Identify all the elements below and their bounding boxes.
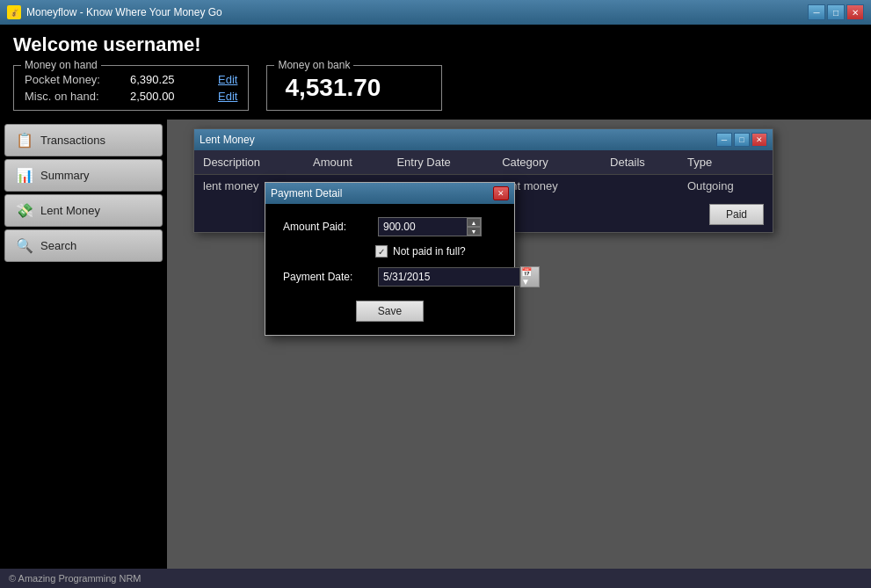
transactions-label: Transactions <box>40 134 105 147</box>
amount-paid-row: Amount Paid: ▲ ▼ <box>283 217 497 236</box>
col-category: Category <box>493 150 601 175</box>
maximize-button[interactable]: □ <box>827 4 845 20</box>
paid-button[interactable]: Paid <box>709 204 764 225</box>
pocket-money-value: 6,390.25 <box>130 73 200 86</box>
lent-money-minimize[interactable]: ─ <box>716 133 732 147</box>
pocket-money-row: Pocket Money: 6,390.25 Edit <box>25 73 237 86</box>
lent-money-close[interactable]: ✕ <box>751 133 767 147</box>
close-button[interactable]: ✕ <box>846 4 864 20</box>
window-controls: ─ □ ✕ <box>808 4 864 20</box>
amount-paid-input[interactable] <box>379 218 467 236</box>
misc-money-value: 2,500.00 <box>130 90 200 103</box>
calendar-button[interactable]: 📅▼ <box>520 266 540 287</box>
main-area: Lent Money ─ □ ✕ Description Amount Entr… <box>167 120 871 588</box>
pocket-money-key: Pocket Money: <box>25 73 113 86</box>
misc-money-edit[interactable]: Edit <box>218 90 237 103</box>
payment-dialog-title: Payment Detail <box>271 187 342 200</box>
col-entry-date: Entry Date <box>388 150 493 175</box>
save-row: Save <box>283 301 497 322</box>
col-type: Type <box>679 150 773 175</box>
checkmark-icon: ✓ <box>378 247 385 257</box>
summary-icon: 📊 <box>16 167 33 184</box>
lent-money-title-bar: Lent Money ─ □ ✕ <box>194 129 773 150</box>
summary-label: Summary <box>40 169 90 182</box>
lent-money-button[interactable]: 💸 Lent Money <box>4 194 163 227</box>
lent-money-maximize[interactable]: □ <box>734 133 750 147</box>
save-button[interactable]: Save <box>356 301 424 322</box>
money-on-hand-panel: Money on hand Pocket Money: 6,390.25 Edi… <box>13 65 249 111</box>
not-paid-full-row: ✓ Not paid in full? <box>283 245 497 258</box>
welcome-title: Welcome username! <box>13 33 858 56</box>
amount-spinner: ▲ ▼ <box>467 218 481 236</box>
amount-paid-field-wrapper: ▲ ▼ <box>378 217 482 236</box>
spinner-down-button[interactable]: ▼ <box>467 227 481 236</box>
status-text: © Amazing Programming NRM <box>9 573 142 584</box>
not-paid-full-checkbox[interactable]: ✓ <box>375 245 388 258</box>
payment-dialog-close[interactable]: ✕ <box>493 186 509 200</box>
misc-money-row: Misc. on hand: 2,500.00 Edit <box>25 90 237 103</box>
search-label: Search <box>40 239 76 252</box>
header-area: Welcome username! Money on hand Pocket M… <box>0 25 871 120</box>
summary-button[interactable]: 📊 Summary <box>4 159 163 192</box>
payment-date-label: Payment Date: <box>283 271 371 283</box>
app-title: Moneyflow - Know Where Your Money Go <box>26 6 222 18</box>
pocket-money-edit[interactable]: Edit <box>218 73 237 86</box>
lent-money-window-controls: ─ □ ✕ <box>716 133 767 147</box>
money-on-bank-label: Money on bank <box>274 59 353 71</box>
col-description: Description <box>194 150 304 175</box>
spinner-up-button[interactable]: ▲ <box>467 218 481 227</box>
minimize-button[interactable]: ─ <box>808 4 825 20</box>
money-panels: Money on hand Pocket Money: 6,390.25 Edi… <box>13 65 858 111</box>
col-amount: Amount <box>304 150 388 175</box>
payment-dialog-body: Amount Paid: ▲ ▼ ✓ <box>265 204 514 335</box>
col-details: Details <box>601 150 679 175</box>
title-bar: 💰 Moneyflow - Know Where Your Money Go ─… <box>0 0 871 25</box>
status-bar: © Amazing Programming NRM <box>0 569 871 588</box>
search-icon: 🔍 <box>16 237 33 254</box>
app-icon: 💰 <box>7 5 21 19</box>
lent-money-window-title: Lent Money <box>200 134 255 146</box>
payment-date-input[interactable] <box>378 267 520 287</box>
transactions-icon: 📋 <box>16 132 33 149</box>
date-input-container: 📅▼ <box>378 266 540 287</box>
payment-date-row: Payment Date: 📅▼ <box>283 266 497 287</box>
money-on-bank-panel: Money on bank 4,531.70 <box>266 65 442 111</box>
cell-details <box>601 175 679 198</box>
payment-dialog-title-bar: Payment Detail ✕ <box>265 183 514 204</box>
amount-paid-label: Amount Paid: <box>283 221 371 233</box>
title-bar-left: 💰 Moneyflow - Know Where Your Money Go <box>7 5 222 19</box>
lent-money-icon: 💸 <box>16 202 33 219</box>
app-body: 📋 Transactions 📊 Summary 💸 Lent Money 🔍 … <box>0 120 871 588</box>
lent-money-label: Lent Money <box>40 204 100 217</box>
lent-money-window: Lent Money ─ □ ✕ Description Amount Entr… <box>193 128 773 233</box>
money-on-hand-label: Money on hand <box>21 59 101 71</box>
table-header-row: Description Amount Entry Date Category D… <box>194 150 773 175</box>
misc-money-key: Misc. on hand: <box>25 90 113 103</box>
sidebar: 📋 Transactions 📊 Summary 💸 Lent Money 🔍 … <box>0 120 167 588</box>
not-paid-full-label: Not paid in full? <box>393 245 466 258</box>
lent-money-content: Description Amount Entry Date Category D… <box>194 150 773 232</box>
search-button[interactable]: 🔍 Search <box>4 229 163 262</box>
cell-type: Outgoing <box>679 175 773 198</box>
bank-amount: 4,531.70 <box>285 74 381 102</box>
payment-dialog: Payment Detail ✕ Amount Paid: ▲ ▼ <box>265 182 515 336</box>
transactions-button[interactable]: 📋 Transactions <box>4 124 163 156</box>
